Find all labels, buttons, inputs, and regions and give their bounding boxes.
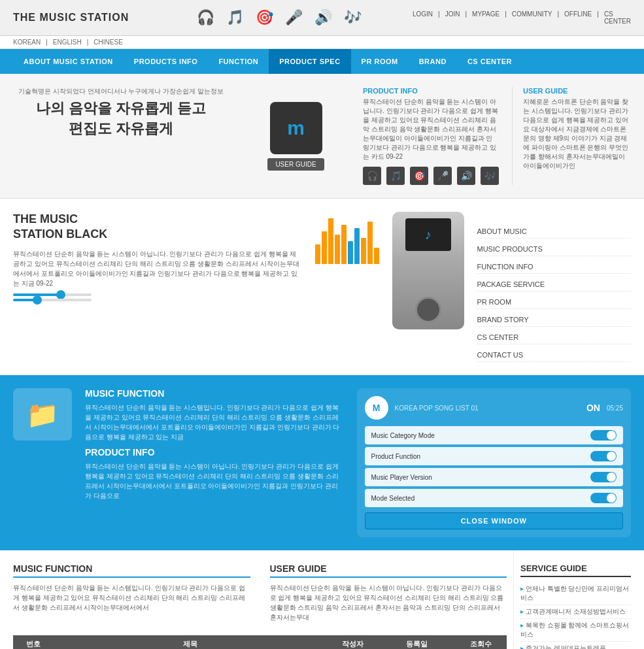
- music-icon[interactable]: 🎵: [226, 9, 244, 26]
- record-icon[interactable]: 🎯: [256, 9, 273, 26]
- mic-icon[interactable]: 🎤: [285, 9, 303, 26]
- eq-bar-10: [374, 248, 379, 264]
- toggle-label-4: Mode Selected: [371, 495, 415, 502]
- nav-about[interactable]: ABOUT MUSIC STATION: [13, 49, 124, 74]
- hero-sm-icon-5[interactable]: 🔊: [457, 167, 475, 185]
- speaker-icon[interactable]: 🔊: [314, 9, 332, 26]
- player-m-icon: M: [365, 396, 388, 420]
- sidebar-pr-room[interactable]: PR ROOM: [477, 295, 631, 309]
- bottom-content: MUSIC FUNCTION 뮤직스테이션 단순히 음악을 듣는 시스템입니다.…: [0, 550, 644, 649]
- user-guide-button[interactable]: USER GUIDE: [267, 158, 324, 171]
- toggle-label-3: Music Player Version: [371, 474, 432, 481]
- slider-track-2[interactable]: [13, 299, 92, 301]
- headphone-icon[interactable]: 🎧: [197, 9, 214, 26]
- nav-pr[interactable]: PR ROOM: [351, 49, 409, 74]
- toggle-player-version[interactable]: Music Player Version: [365, 468, 624, 486]
- toggle-mode-selected[interactable]: Mode Selected: [365, 489, 624, 507]
- music-function-desc: 뮤직스테이션 단순히 음악을 듣는 시스템입니다. 인링기보다 관리가 다음으로…: [13, 583, 250, 612]
- nav-brand[interactable]: BRAND: [409, 49, 457, 74]
- sidebar-brand-story[interactable]: BRAND STORY: [477, 313, 631, 327]
- station-text: THE MUSIC STATION BLACK 뮤직스테이션 단순히 음악을 듣…: [13, 212, 302, 362]
- hero-sm-icon-1[interactable]: 🎧: [363, 167, 381, 185]
- sidebar-cs-center[interactable]: CS CENTER: [477, 331, 631, 344]
- mp3-label: m: [287, 117, 305, 139]
- col-views: 조회수: [455, 635, 507, 649]
- eq-bar-1: [315, 244, 320, 264]
- nav-products[interactable]: PRODUCTS INFO: [124, 49, 209, 74]
- product-info-blue-text: 뮤직스테이션 단순히 음악을 듣는 시스템이 아닙니다. 인링기보다 관리가 다…: [85, 461, 344, 501]
- table-section: 번호 제목 작성자 등록일 조회수 23뮤직스테이션 악관이 변경되었음을 알려…: [13, 635, 507, 649]
- left-content: MUSIC FUNCTION 뮤직스테이션 단순히 음악을 듣는 시스템입니다.…: [0, 550, 513, 649]
- music-note-icon: ♪: [425, 227, 432, 242]
- service-item[interactable]: 즐거가는 레퍼데프뉴트레푸: [520, 642, 631, 649]
- mp3-screen: ♪: [405, 218, 451, 251]
- product-info-text: 뮤직스테이션 단순히 음악을 듣는 시스템이 아닙니다. 인링기보다 관리가 다…: [363, 97, 499, 161]
- player-top-row: M KOREA POP SONG LIST 01 ON 05:25: [365, 396, 624, 420]
- station-title: THE MUSIC STATION BLACK: [13, 212, 302, 242]
- eq-bar-7: [354, 228, 360, 264]
- toggle-product-function[interactable]: Product Function: [365, 447, 624, 465]
- close-window-button[interactable]: CLOSE WINDOW: [365, 512, 624, 529]
- service-item[interactable]: 고객관계매니저 소재성방법서비스: [520, 605, 631, 619]
- service-item[interactable]: 복목한 쇼핑몰 함께에 스마트쇼핑서비스: [520, 619, 631, 642]
- login-link[interactable]: LOGIN: [413, 10, 433, 25]
- player-song: KOREA POP SONG LIST 01: [395, 405, 580, 412]
- hero-sm-icon-2[interactable]: 🎵: [386, 167, 405, 185]
- lang-nav: KOREAN | ENGLISH | CHINESE: [0, 36, 644, 49]
- two-col-section: MUSIC FUNCTION 뮤직스테이션 단순히 음악을 듣는 시스템입니다.…: [13, 550, 507, 635]
- sidebar-music-products[interactable]: MUSIC PRODUCTS: [477, 242, 631, 256]
- hero-main-text: 나의 음악을 자유롭게 듣고 편집도 자유롭게: [13, 99, 229, 139]
- slider-track-1[interactable]: [13, 293, 92, 296]
- nav-function[interactable]: FUNCTION: [208, 49, 269, 74]
- nav-cs[interactable]: CS CENTER: [457, 49, 522, 74]
- music-function-heading: MUSIC FUNCTION: [13, 563, 250, 578]
- lang-chinese[interactable]: CHINESE: [93, 39, 122, 46]
- offline-link[interactable]: OFFLINE: [564, 10, 592, 25]
- toggle-switch-1[interactable]: [590, 430, 617, 441]
- blue-section: 📁 MUSIC FUNCTION 뮤직스테이션 단순히 음악을 듣는 시스템입니…: [0, 375, 644, 550]
- m-label: M: [373, 403, 381, 413]
- mypage-link[interactable]: MYPAGE: [472, 10, 500, 25]
- header-links: LOGIN | JOIN | MYPAGE | COMMUNITY | OFFL…: [413, 10, 631, 25]
- blue-content: MUSIC FUNCTION 뮤직스테이션 단순히 음악을 듣는 시스템입니다.…: [85, 388, 344, 506]
- hero-sm-icon-3[interactable]: 🎯: [410, 167, 428, 185]
- station-desc: 뮤직스테이션 단순히 음악을 듣는 시스템이 아닙니다. 인링기보다 관리가 다…: [13, 249, 302, 288]
- community-link[interactable]: COMMUNITY: [512, 10, 552, 25]
- sidebar-about-music[interactable]: ABOUT MUSIC: [477, 225, 631, 239]
- hero-tagline: 기술혁명은 시작되었다 언제어디서나 누구에게나 가장손쉽게 알는정보: [13, 87, 229, 96]
- player-time: 05:25: [607, 405, 623, 412]
- join-link[interactable]: JOIN: [445, 10, 460, 25]
- player-on-label: ON: [586, 403, 600, 413]
- eq-bar-6: [348, 241, 353, 264]
- nav-spec[interactable]: PRODUCT SPEC: [269, 49, 350, 74]
- hero-product-info: PRODUCT INFO 뮤직스테이션 단순히 음악을 듣는 시스템이 아닙니다…: [363, 87, 499, 185]
- toggle-switch-4[interactable]: [590, 493, 617, 503]
- toggle-music-category[interactable]: Music Category Mode: [365, 426, 624, 444]
- toggle-switch-3[interactable]: [590, 472, 617, 482]
- cs-link[interactable]: CS CENTER: [604, 10, 631, 25]
- mp3-player-visual: ♪: [392, 212, 464, 329]
- lang-english[interactable]: ENGLISH: [53, 39, 82, 46]
- user-guide-heading: USER GUIDE: [270, 563, 507, 578]
- service-item[interactable]: 언제나 특별한 당신만에 프리미엄서비스: [520, 582, 631, 605]
- music-function-title: MUSIC FUNCTION: [85, 388, 344, 399]
- user-guide-col: USER GUIDE 뮤직스테이션 단순히 음악을 듣는 시스템이 아닙니다. …: [270, 563, 507, 622]
- sidebar-contact-us[interactable]: CONTACT US: [477, 348, 631, 362]
- toggle-switch-2[interactable]: [590, 451, 617, 461]
- sidebar-function-info[interactable]: FUNCTION INFO: [477, 260, 631, 274]
- hero-sm-icon-4[interactable]: 🎤: [433, 167, 452, 185]
- main-nav: ABOUT MUSIC STATION PRODUCTS INFO FUNCTI…: [0, 49, 644, 74]
- col-title: 제목: [53, 635, 327, 649]
- toggle-label-2: Product Function: [371, 453, 421, 460]
- folder-icon: 📁: [13, 388, 72, 441]
- note-icon[interactable]: 🎶: [344, 9, 362, 26]
- station-section: THE MUSIC STATION BLACK 뮤직스테이션 단순히 음악을 듣…: [0, 199, 644, 375]
- sidebar-package-service[interactable]: PACKAGE SERVICE: [477, 278, 631, 291]
- header-icons: 🎧 🎵 🎯 🎤 🔊 🎶: [146, 9, 413, 26]
- lang-korean[interactable]: KOREAN: [13, 39, 41, 46]
- hero-sm-icon-6[interactable]: 🎶: [481, 167, 499, 185]
- eq-bar-2: [322, 231, 327, 264]
- service-list: 언제나 특별한 당신만에 프리미엄서비스고객관계매니저 소재성방법서비스복목한 …: [520, 582, 631, 649]
- eq-bar-9: [367, 222, 373, 264]
- product-info-blue-title: PRODUCT INFO: [85, 447, 344, 458]
